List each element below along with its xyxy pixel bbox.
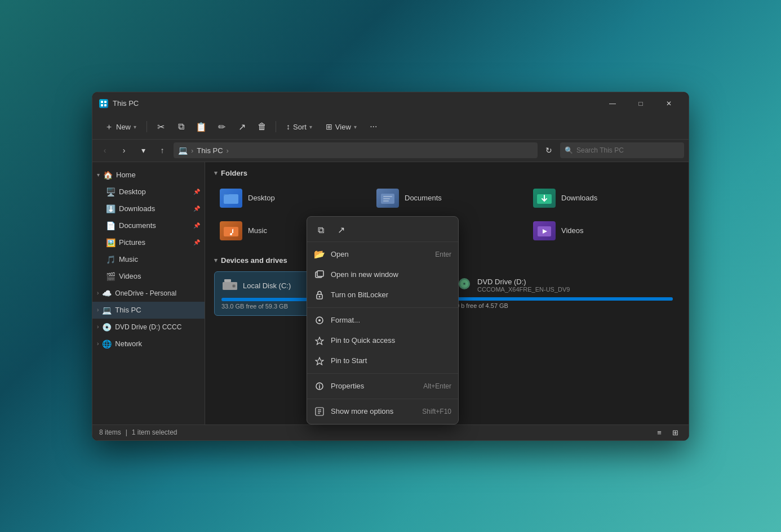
sidebar-item-dvddrive[interactable]: › 💿 DVD Drive (D:) CCCC — [92, 319, 205, 336]
new-button[interactable]: ＋ New ▾ — [99, 118, 142, 136]
ctx-properties-icon — [314, 382, 325, 391]
ctx-open[interactable]: 📂 Open Enter — [307, 244, 458, 265]
sort-button[interactable]: ↕ Sort ▾ — [281, 118, 318, 136]
view-chevron-icon: ▾ — [354, 124, 357, 130]
status-bar: 8 items | 1 item selected ≡ ⊞ — [92, 424, 689, 440]
videos-icon: 🎬 — [106, 272, 116, 281]
sidebar-pictures-label: Pictures — [119, 238, 145, 247]
folder-item-downloads[interactable]: Downloads — [527, 184, 680, 212]
ctx-copy-button[interactable]: ⧉ — [312, 222, 330, 238]
documents-pin-icon: 📌 — [193, 222, 200, 229]
sidebar-item-downloads[interactable]: ⬇️ Downloads 📌 — [92, 200, 205, 217]
svg-rect-3 — [104, 104, 106, 106]
view-button[interactable]: ⊞ View ▾ — [320, 118, 362, 136]
network-chevron-icon: › — [97, 341, 99, 347]
desktop-icon: 🖥️ — [106, 187, 116, 196]
devices-chevron-icon: ▾ — [214, 257, 218, 264]
sidebar-item-home[interactable]: ▾ 🏠 Home — [92, 167, 205, 184]
sidebar: ▾ 🏠 Home 🖥️ Desktop 📌 ⬇️ Downloads 📌 📄 D… — [92, 162, 205, 424]
drive-d-bar-bg — [456, 297, 673, 301]
grid-view-button[interactable]: ⊞ — [668, 427, 682, 438]
ctx-pin-quick[interactable]: Pin to Quick access — [307, 330, 458, 351]
folder-item-documents[interactable]: Documents — [371, 184, 523, 212]
close-button[interactable]: ✕ — [656, 95, 682, 112]
ctx-format-icon — [314, 316, 325, 325]
svg-point-29 — [319, 296, 321, 297]
ctx-properties-label: Properties — [331, 382, 418, 390]
ctx-bitlocker[interactable]: Turn on BitLocker — [307, 285, 458, 305]
sidebar-music-label: Music — [119, 255, 138, 263]
back-button[interactable]: ‹ — [97, 142, 113, 158]
context-toolbar: ⧉ ↗ — [307, 219, 458, 242]
list-view-button[interactable]: ≡ — [653, 427, 666, 438]
svg-rect-19 — [224, 279, 231, 282]
copy-button[interactable]: ⧉ — [172, 118, 190, 136]
ctx-open-new-window[interactable]: Open in new window — [307, 265, 458, 285]
sidebar-item-desktop[interactable]: 🖥️ Desktop 📌 — [92, 184, 205, 200]
path-icon: 💻 — [178, 146, 188, 155]
downloads-icon: ⬇️ — [106, 204, 116, 213]
ctx-share-button[interactable]: ↗ — [332, 222, 350, 238]
search-input[interactable] — [576, 146, 680, 154]
delete-button[interactable]: 🗑 — [253, 118, 271, 136]
sidebar-item-onedrive[interactable]: › ☁️ OneDrive - Personal — [92, 285, 205, 302]
status-selected: 1 item selected — [132, 428, 178, 436]
ctx-pin-quick-label: Pin to Quick access — [331, 336, 446, 345]
paste-button[interactable]: 📋 — [192, 118, 210, 136]
network-icon: 🌐 — [102, 339, 112, 348]
ctx-sep-2 — [307, 373, 458, 374]
thispc-chevron-icon: › — [97, 307, 99, 313]
dvd-chevron-icon: › — [97, 324, 99, 330]
ctx-new-window-label: Open in new window — [331, 270, 446, 279]
svg-rect-10 — [383, 200, 389, 202]
drive-item-d[interactable]: DVD Drive (D:) CCCOMA_X64FRE_EN-US_DV9 0… — [449, 271, 680, 316]
new-label: New — [116, 123, 131, 131]
sidebar-videos-label: Videos — [119, 272, 141, 280]
sidebar-network-label: Network — [115, 339, 142, 348]
sort-chevron-icon: ▾ — [309, 124, 312, 130]
ctx-show-more[interactable]: Show more options Shift+F10 — [307, 401, 458, 422]
maximize-button[interactable]: □ — [628, 95, 654, 112]
address-path[interactable]: 💻 › This PC › — [174, 142, 538, 158]
folder-downloads-icon — [533, 189, 556, 208]
sidebar-onedrive-label: OneDrive - Personal — [115, 289, 176, 297]
recent-button[interactable]: ▾ — [135, 142, 151, 158]
refresh-button[interactable]: ↻ — [541, 142, 557, 158]
sort-label: Sort — [293, 123, 307, 131]
ctx-show-more-icon — [314, 407, 325, 416]
sidebar-item-pictures[interactable]: 🖼️ Pictures 📌 — [92, 234, 205, 251]
address-bar: ‹ › ▾ ↑ 💻 › This PC › ↻ 🔍 — [92, 140, 689, 162]
ctx-properties[interactable]: Properties Alt+Enter — [307, 376, 458, 396]
search-box[interactable]: 🔍 — [560, 142, 684, 158]
more-button[interactable]: ··· — [365, 118, 383, 136]
ctx-open-shortcut: Enter — [435, 251, 451, 258]
ctx-format[interactable]: Format... — [307, 310, 458, 330]
sidebar-item-videos[interactable]: 🎬 Videos — [92, 268, 205, 285]
drive-d-header: DVD Drive (D:) CCCOMA_X64FRE_EN-US_DV9 — [456, 277, 673, 294]
sidebar-item-network[interactable]: › 🌐 Network — [92, 336, 205, 352]
folder-item-desktop[interactable]: Desktop — [214, 184, 366, 212]
svg-rect-1 — [104, 101, 106, 103]
sidebar-item-music[interactable]: 🎵 Music — [92, 251, 205, 268]
cut-button[interactable]: ✂ — [152, 118, 170, 136]
sidebar-home-label: Home — [116, 171, 136, 179]
path-sep-2: › — [227, 146, 229, 155]
up-button[interactable]: ↑ — [154, 142, 170, 158]
sidebar-item-thispc[interactable]: › 💻 This PC — [92, 302, 205, 319]
toolbar: ＋ New ▾ ✂ ⧉ 📋 ✏ ↗ 🗑 ↕ Sort ▾ ⊞ View ▾ ··… — [92, 115, 689, 140]
window-icon — [99, 99, 108, 108]
rename-button[interactable]: ✏ — [212, 118, 230, 136]
onedrive-icon: ☁️ — [102, 289, 112, 298]
sidebar-item-documents[interactable]: 📄 Documents 📌 — [92, 217, 205, 234]
share-button[interactable]: ↗ — [233, 118, 251, 136]
file-explorer-window: This PC — □ ✕ ＋ New ▾ ✂ ⧉ 📋 ✏ ↗ 🗑 ↕ Sort… — [92, 92, 689, 441]
desktop-pin-icon: 📌 — [193, 189, 200, 195]
minimize-button[interactable]: — — [600, 95, 625, 112]
pictures-pin-icon: 📌 — [193, 239, 200, 245]
forward-button[interactable]: › — [116, 142, 132, 158]
folders-section-header: ▾ Folders — [214, 169, 680, 177]
drive-d-space: 0 b free of 4.57 GB — [456, 302, 673, 309]
folder-item-videos[interactable]: Videos — [527, 217, 680, 245]
ctx-pin-start[interactable]: Pin to Start — [307, 351, 458, 371]
svg-rect-2 — [101, 104, 103, 106]
